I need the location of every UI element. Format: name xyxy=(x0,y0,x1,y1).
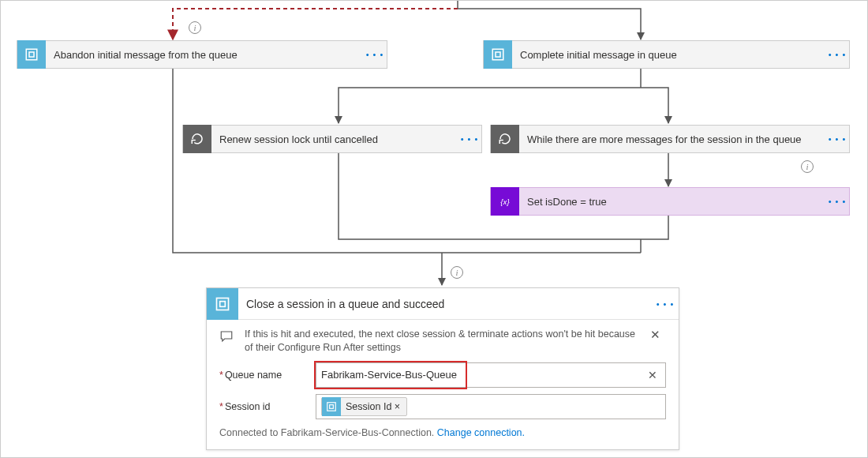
svg-rect-3 xyxy=(496,52,500,57)
until-icon xyxy=(491,125,519,153)
info-icon[interactable]: i xyxy=(189,21,201,34)
action-title: Complete initial message in queue xyxy=(512,49,825,61)
svg-rect-7 xyxy=(327,403,336,411)
comment-text: If this is hit and executed, the next cl… xyxy=(245,328,642,355)
service-bus-icon xyxy=(207,288,238,320)
queue-name-input[interactable]: Fabrikam-Service-Bus-Queue ✕ xyxy=(316,362,666,388)
comment-icon xyxy=(219,328,237,346)
service-bus-icon xyxy=(322,397,341,416)
info-icon[interactable]: i xyxy=(801,160,814,173)
queue-name-label: *Queue name xyxy=(219,370,316,381)
info-icon[interactable]: i xyxy=(451,266,463,279)
svg-rect-1 xyxy=(29,52,34,57)
panel-title: Close a session in a queue and succeed xyxy=(238,298,652,310)
change-connection-link[interactable]: Change connection. xyxy=(437,427,525,438)
action-title: Abandon initial message from the queue xyxy=(46,49,363,61)
svg-rect-2 xyxy=(492,49,503,60)
action-menu-button[interactable]: • • • xyxy=(825,197,849,206)
action-abandon-message[interactable]: Abandon initial message from the queue •… xyxy=(17,40,387,69)
session-id-input[interactable]: Session Id × xyxy=(316,394,666,419)
action-menu-button[interactable]: • • • xyxy=(825,134,849,144)
session-id-label: *Session id xyxy=(219,401,316,412)
panel-header[interactable]: Close a session in a queue and succeed •… xyxy=(207,288,679,320)
until-icon xyxy=(183,125,211,153)
action-close-session-panel: Close a session in a queue and succeed •… xyxy=(206,287,679,450)
connection-status: Connected to Fabrikam-Service-Bus-Connec… xyxy=(219,427,666,438)
action-menu-button[interactable]: • • • xyxy=(458,134,481,144)
action-renew-session-lock[interactable]: Renew session lock until cancelled • • • xyxy=(182,125,482,153)
action-menu-button[interactable]: • • • xyxy=(363,50,387,59)
service-bus-icon xyxy=(17,40,46,69)
panel-comment: If this is hit and executed, the next cl… xyxy=(219,328,666,355)
clear-queue-button[interactable]: ✕ xyxy=(645,369,660,381)
service-bus-icon xyxy=(484,40,512,69)
token-label: Session Id × xyxy=(341,401,406,412)
svg-rect-0 xyxy=(26,49,37,60)
action-title: Renew session lock until cancelled xyxy=(211,133,458,145)
action-complete-message[interactable]: Complete initial message in queue • • • xyxy=(483,40,850,69)
comment-close-button[interactable]: ✕ xyxy=(650,328,666,342)
svg-rect-8 xyxy=(330,404,334,408)
svg-rect-5 xyxy=(217,298,229,310)
action-title: Set isDone = true xyxy=(519,196,825,208)
panel-menu-button[interactable]: • • • xyxy=(652,299,679,309)
variable-icon: {x} xyxy=(491,187,519,216)
action-set-isdone[interactable]: {x} Set isDone = true • • • xyxy=(490,187,850,216)
session-id-token[interactable]: Session Id × xyxy=(321,397,407,416)
svg-rect-6 xyxy=(220,301,226,306)
action-menu-button[interactable]: • • • xyxy=(825,50,849,59)
svg-text:{x}: {x} xyxy=(500,197,510,206)
action-while-more-messages[interactable]: While there are more messages for the se… xyxy=(490,125,850,153)
action-title: While there are more messages for the se… xyxy=(519,133,825,145)
queue-name-value: Fabrikam-Service-Bus-Queue xyxy=(321,369,645,381)
